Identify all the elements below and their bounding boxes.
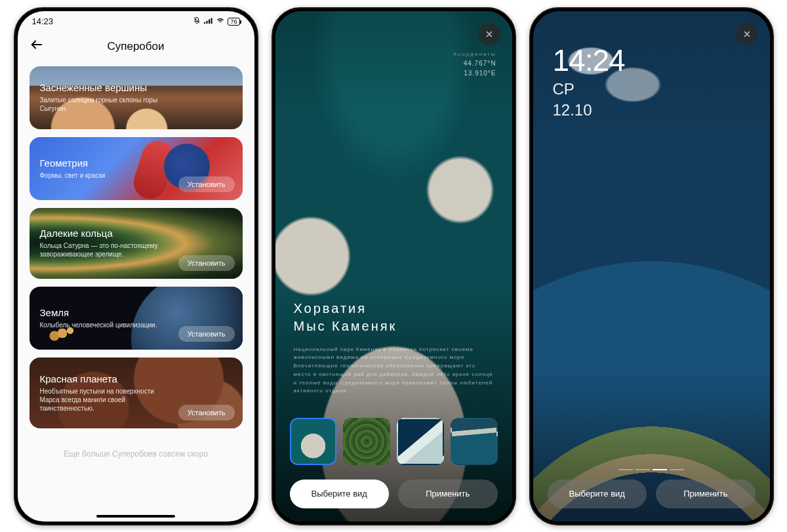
card-title: Далекие кольца (40, 228, 232, 239)
status-right: 76 (192, 16, 239, 26)
signal-icon (204, 16, 213, 26)
apply-button[interactable]: Применить (656, 480, 756, 508)
page-dot[interactable] (636, 469, 650, 470)
lock-date: 12.10 (553, 100, 625, 120)
status-time: 14:23 (32, 16, 54, 26)
location-description: Национальный парк Каменяк в Хорватии пот… (294, 346, 494, 396)
lock-clock: 14:24 СР 12.10 (553, 43, 625, 120)
install-button[interactable]: Установить (178, 326, 235, 342)
nav-bar: Суперобои (18, 32, 254, 61)
location-line1: Хорватия (294, 300, 397, 317)
card-rings[interactable]: Далекие кольца Кольца Сатурна — это по-н… (30, 208, 243, 279)
thumbnail-terraces[interactable] (343, 418, 390, 465)
card-title: Геометрия (40, 157, 232, 169)
lock-time: 14:24 (553, 43, 625, 78)
card-subtitle: Формы, свет и краски (40, 171, 165, 180)
apply-button[interactable]: Применить (398, 480, 498, 508)
card-subtitle: Залитые солнцем горные склоны горы Сыгун… (40, 96, 165, 113)
location-line2: Мыс Каменяк (294, 317, 397, 335)
install-button[interactable]: Установить (178, 176, 235, 192)
card-subtitle: Колыбель человеческой цивилизации. (40, 321, 165, 329)
page-indicator (618, 469, 684, 470)
thumbnail-rocks[interactable] (290, 418, 337, 465)
phone-3-lockscreen-preview: 14:24 СР 12.10 Выберите вид Применить (529, 7, 774, 525)
bottom-buttons: Выберите вид Применить (548, 480, 756, 508)
card-earth[interactable]: Земля Колыбель человеческой цивилизации.… (30, 287, 243, 350)
install-button[interactable]: Установить (178, 405, 235, 420)
coords-lon: 13.910°E (453, 68, 496, 78)
select-view-button[interactable]: Выберите вид (290, 480, 390, 508)
card-title: Заснеженные вершины (40, 82, 232, 93)
footer-note: Еще больше Суперобоев совсем скоро (18, 449, 254, 459)
dnd-icon (192, 16, 201, 26)
card-title: Красная планета (40, 373, 232, 384)
page-dot[interactable] (618, 469, 633, 470)
home-indicator[interactable] (96, 515, 175, 518)
install-button[interactable]: Установить (178, 255, 235, 271)
wifi-icon (216, 16, 225, 26)
card-subtitle: Необъятные пустыни на поверхности Марса … (40, 387, 165, 413)
page-dot[interactable] (670, 469, 684, 470)
card-subtitle: Кольца Сатурна — это по-настоящему завор… (40, 241, 165, 258)
coords-lat: 44.767°N (453, 58, 496, 68)
screen: 14:23 76 Суперобои (18, 11, 254, 522)
card-list: Заснеженные вершины Залитые солнцем горн… (18, 61, 254, 434)
close-button[interactable] (736, 23, 758, 45)
status-bar: 14:23 76 (18, 11, 254, 32)
card-title: Земля (40, 307, 232, 318)
battery-icon: 76 (228, 18, 239, 26)
back-button[interactable] (30, 37, 44, 56)
close-button[interactable] (478, 23, 500, 45)
thumbnail-row (290, 418, 498, 465)
coordinates: Координаты 44.767°N 13.910°E (453, 51, 496, 78)
card-geometry[interactable]: Геометрия Формы, свет и краски Установит… (30, 137, 243, 200)
card-mountains[interactable]: Заснеженные вершины Залитые солнцем горн… (30, 66, 243, 129)
select-view-button[interactable]: Выберите вид (548, 480, 647, 508)
coords-label: Координаты (453, 51, 496, 58)
page-dot-active[interactable] (653, 469, 667, 470)
thumbnail-coast[interactable] (451, 418, 498, 465)
card-mars[interactable]: Красная планета Необъятные пустыни на по… (30, 358, 243, 428)
page-title: Суперобои (18, 40, 254, 53)
screen: Координаты 44.767°N 13.910°E Хорватия Мы… (275, 11, 512, 522)
location-title: Хорватия Мыс Каменяк (294, 300, 397, 335)
phone-2-wallpaper-detail: Координаты 44.767°N 13.910°E Хорватия Мы… (272, 7, 516, 525)
bottom-buttons: Выберите вид Применить (290, 480, 498, 508)
screen: 14:24 СР 12.10 Выберите вид Применить (533, 11, 770, 522)
thumbnail-iceberg[interactable] (397, 418, 444, 465)
phone-1-superwallpapers-list: 14:23 76 Суперобои (14, 7, 258, 525)
lock-day: СР (553, 79, 625, 99)
